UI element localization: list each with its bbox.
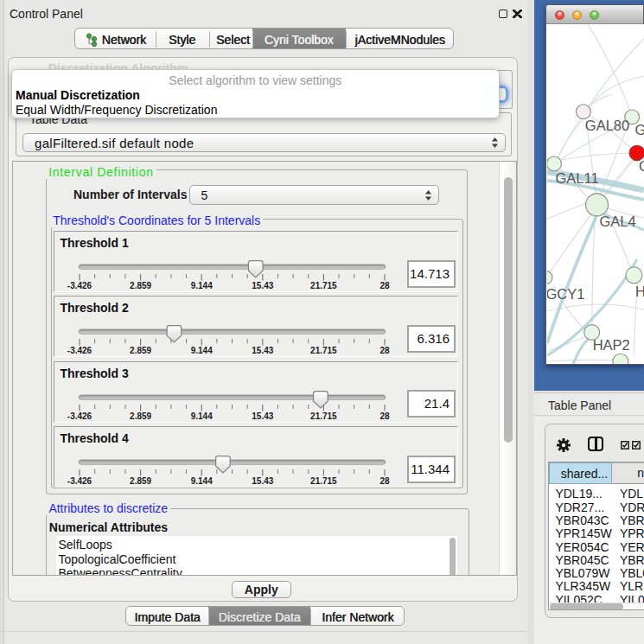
svg-text:28: 28 [380,411,391,421]
svg-text:9.144: 9.144 [191,411,213,421]
svg-text:GAL11: GAL11 [556,170,599,186]
svg-text:2.859: 2.859 [130,281,151,290]
svg-text:15.43: 15.43 [252,411,274,421]
svg-text:HAP2: HAP2 [593,337,630,353]
svg-text:GAL80: GAL80 [585,118,629,133]
svg-text:15.43: 15.43 [252,346,274,355]
svg-text:28: 28 [380,281,391,290]
svg-text:21.715: 21.715 [310,346,337,355]
svg-text:15.43: 15.43 [252,281,274,290]
svg-text:GAL4: GAL4 [599,214,635,229]
svg-text:GA: GA [635,122,644,137]
svg-text:GCY1: GCY1 [547,286,584,302]
svg-text:9.144: 9.144 [191,281,213,290]
svg-text:9.144: 9.144 [191,346,213,355]
svg-text:21.715: 21.715 [310,476,337,486]
svg-text:15.43: 15.43 [252,476,274,486]
svg-text:-3.426: -3.426 [67,281,92,290]
svg-text:28: 28 [380,476,391,486]
svg-text:2.859: 2.859 [130,476,151,486]
svg-text:28: 28 [380,346,391,355]
svg-text:CY: CY [639,158,644,174]
svg-text:-3.426: -3.426 [67,476,92,486]
svg-text:-3.426: -3.426 [67,346,92,355]
svg-text:2.859: 2.859 [130,411,151,421]
svg-text:H: H [635,284,644,299]
svg-text:9.144: 9.144 [191,476,213,486]
svg-text:21.715: 21.715 [310,281,337,290]
svg-text:2.859: 2.859 [130,346,151,355]
svg-text:21.715: 21.715 [310,411,337,421]
svg-text:-3.426: -3.426 [67,411,92,421]
